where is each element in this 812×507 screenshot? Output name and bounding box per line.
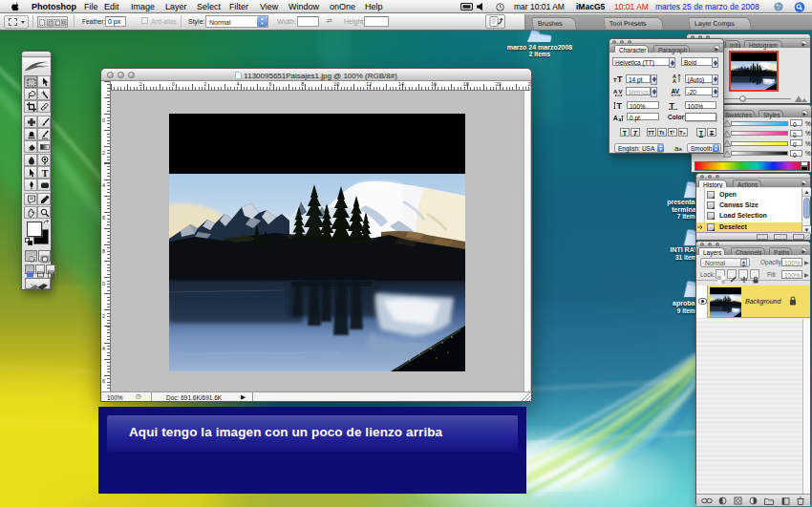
svg-text:T: T bbox=[617, 101, 623, 110]
svg-text:T: T bbox=[41, 168, 48, 178]
svg-text:a: a bbox=[619, 116, 622, 121]
svg-text:A: A bbox=[613, 115, 618, 121]
svg-text:V: V bbox=[619, 89, 623, 95]
svg-text:A: A bbox=[613, 89, 618, 95]
svg-text:T: T bbox=[617, 74, 623, 83]
svg-text:T: T bbox=[670, 101, 675, 110]
svg-text:A: A bbox=[673, 78, 676, 83]
svg-text:AV: AV bbox=[672, 88, 680, 95]
